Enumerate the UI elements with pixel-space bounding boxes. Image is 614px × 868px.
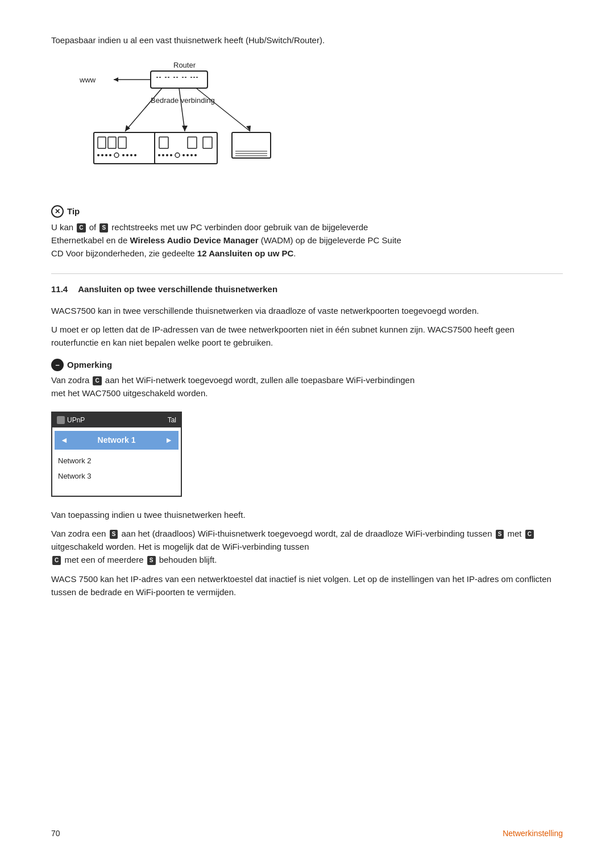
tip-line1-end: rechtstreeks met uw PC verbinden door ge… <box>111 222 368 232</box>
para-s-mid3: uitgeschakeld worden. Het is mogelijk da… <box>51 542 309 551</box>
section-para1: WACS7500 kan in twee verschillende thuis… <box>51 304 563 317</box>
svg-text:Router: Router <box>173 61 196 69</box>
svg-point-38 <box>175 153 180 157</box>
svg-rect-20 <box>118 137 126 148</box>
tip-period: . <box>293 248 296 258</box>
para-s-mid2: met <box>508 529 524 538</box>
svg-marker-14 <box>182 126 188 131</box>
svg-point-36 <box>166 154 168 156</box>
svg-marker-9 <box>114 77 118 82</box>
para-s-end2: behouden blijft. <box>159 555 217 564</box>
opmerking-label: Opmerking <box>67 359 112 372</box>
svg-line-13 <box>179 88 185 131</box>
tip-section: ✕ Tip U kan C of S rechtstreeks met uw P… <box>51 205 563 260</box>
section-title: Aansluiten op twee verschillende thuisne… <box>78 284 277 294</box>
tip-header: ✕ Tip <box>51 205 563 218</box>
page-number: 70 <box>51 828 60 840</box>
tip-line1-start: U kan <box>51 222 73 232</box>
svg-text:Bedrade verbinding: Bedrade verbinding <box>151 96 215 105</box>
upnp-header-right: Tal <box>168 415 176 425</box>
para-s-device-c2: C <box>52 556 61 565</box>
upnp-screen-mockup: UPnP Tal ◄ Network 1 ► Network 2 Network… <box>51 412 182 497</box>
para-s-start: Van zodra een <box>51 529 106 538</box>
opmerking-body: Van zodra C aan het WiFi-netwerk toegevo… <box>51 373 563 400</box>
svg-rect-31 <box>159 137 168 148</box>
para-wacs-final: WACS 7500 kan het IP-adres van een netwe… <box>51 572 563 599</box>
para-s-device-c: C <box>525 530 534 539</box>
tip-body: U kan C of S rechtstreeks met uw PC verb… <box>51 221 563 260</box>
tip-line2-start: Ethernetkabel en de <box>51 235 127 245</box>
device-s-icon: S <box>99 223 108 232</box>
page-footer: 70 Netwerkinstelling <box>51 828 563 840</box>
svg-rect-1 <box>151 71 208 88</box>
opmerking-section: – Opmerking Van zodra C aan het WiFi-net… <box>51 359 563 400</box>
svg-rect-18 <box>98 137 106 148</box>
intro-text: Toepasbaar indien u al een vast thuisnet… <box>51 34 563 47</box>
svg-point-25 <box>114 153 119 157</box>
svg-point-29 <box>134 154 136 156</box>
svg-point-21 <box>97 154 99 156</box>
svg-line-15 <box>196 88 250 131</box>
svg-point-22 <box>101 154 103 156</box>
svg-point-42 <box>194 154 197 156</box>
tip-line2-mid: (WADM) op de bijgeleverde PC Suite <box>261 235 401 245</box>
para-s-device3: S <box>147 556 156 565</box>
svg-line-11 <box>125 88 162 131</box>
svg-point-24 <box>109 154 111 156</box>
upnp-header-icon-box: UPnP <box>57 415 85 425</box>
para-s-network: Van zodra een S aan het (draadloos) WiFi… <box>51 527 563 567</box>
svg-point-27 <box>126 154 128 156</box>
para-s-end: met een of meerdere <box>64 555 143 564</box>
opmerking-line1-start: Van zodra <box>51 375 89 385</box>
upnp-network2-item: Network 2 <box>52 453 181 469</box>
svg-point-34 <box>158 154 160 156</box>
opmerking-device-c: C <box>93 376 101 385</box>
tip-icon: ✕ <box>51 205 64 218</box>
tip-label: Tip <box>67 205 80 218</box>
para-s-device1: S <box>110 530 118 539</box>
upnp-label: UPnP <box>67 416 85 424</box>
tip-of: of <box>89 222 99 232</box>
svg-rect-43 <box>232 132 271 158</box>
upnp-icon <box>57 416 65 424</box>
opmerking-header: – Opmerking <box>51 359 563 372</box>
para-below-upnp: Van toepassing indien u twee thuisnetwer… <box>51 508 563 521</box>
opmerking-line1-end: aan het WiFi-netwerk toegevoegd wordt, z… <box>105 375 414 385</box>
para-s-device2: S <box>496 530 504 539</box>
upnp-network3-item: Network 3 <box>52 468 181 484</box>
upnp-network1-label: Network 1 <box>98 434 136 446</box>
tip-bold: Wireless Audio Device Manager <box>130 235 258 245</box>
section-para2: U moet er op letten dat de IP-adressen v… <box>51 323 563 350</box>
opmerking-icon: – <box>51 359 64 371</box>
para-s-mid: aan het (draadloos) WiFi-thuisnetwerk to… <box>121 529 492 538</box>
svg-rect-32 <box>188 137 197 148</box>
section-divider <box>51 273 563 274</box>
upnp-header: UPnP Tal <box>52 413 181 427</box>
section-number: 11.4 <box>51 284 68 294</box>
svg-point-28 <box>130 154 132 156</box>
svg-rect-19 <box>108 137 116 148</box>
upnp-arrow-right: ► <box>165 434 173 446</box>
svg-point-26 <box>122 154 125 156</box>
svg-text:www: www <box>79 76 96 84</box>
opmerking-line2: met het WAC7500 uitgeschakeld worden. <box>51 388 208 398</box>
svg-rect-33 <box>203 137 212 148</box>
svg-point-40 <box>186 154 189 156</box>
network-diagram: Router www Bedrade verbinding <box>63 57 563 192</box>
tip-line3: CD Voor bijzonderheden, zie gedeelte <box>51 248 195 258</box>
upnp-network1-item: ◄ Network 1 ► <box>55 431 179 450</box>
section-heading-11-4: 11.4Aansluiten op twee verschillende thu… <box>51 283 563 296</box>
upnp-arrow-left: ◄ <box>60 434 68 446</box>
device-c-icon: C <box>77 223 85 232</box>
svg-point-23 <box>105 154 107 156</box>
footer-section-label: Netwerkinstelling <box>503 828 563 840</box>
tip-bold-end: 12 Aansluiten op uw PC <box>197 248 293 258</box>
svg-point-41 <box>190 154 193 156</box>
svg-point-37 <box>170 154 172 156</box>
svg-point-35 <box>162 154 164 156</box>
upnp-footer-space <box>52 484 181 496</box>
svg-point-39 <box>182 154 185 156</box>
